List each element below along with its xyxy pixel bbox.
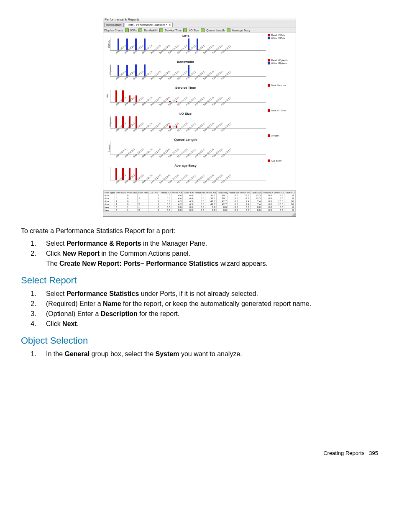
x-tick: esxi 1:1:1:1 — [176, 154, 184, 162]
col-header[interactable]: Write IOPs/s — [171, 191, 183, 194]
col-header[interactable]: Port Number — [138, 191, 149, 194]
x-tick: rcip 0:2:1:1 — [185, 76, 193, 84]
cell: 8. — [284, 197, 296, 200]
table-row[interactable]: free01200.00.00.00.00.00.00.00.00.00.00.… — [104, 209, 296, 212]
tab-bar: Introduction Ports - Performance Statist… — [103, 22, 296, 28]
toolbar-label: Display Charts — [104, 29, 123, 32]
cell: 7.4 — [251, 200, 262, 203]
cell: 0.0 — [194, 209, 205, 212]
tab-ports-perf[interactable]: Ports - Performance Statistics * × — [125, 23, 173, 27]
col-header[interactable]: Total Svct ms — [251, 191, 262, 194]
opt-avgbusy: Average Busy — [232, 29, 250, 32]
cell: disk — [104, 194, 115, 197]
data-table: Port TypePort NodePort SlotPort NumberGB… — [103, 191, 296, 212]
cell: 0.0 — [262, 209, 273, 212]
legend-swatch — [268, 159, 270, 162]
chart-i-o-size: I/O SizeKBytes/sdisk 0:0:1:1disk 0:0:2:1… — [105, 112, 266, 136]
intro-steps: Select Performance & Reports in the Mana… — [42, 240, 378, 267]
table-row[interactable]: disk00220.04.44.40.039.139.10.012.312.30… — [104, 197, 296, 200]
x-tick: free 1:1:1:0 — [168, 180, 175, 188]
cell: 0. — [284, 206, 296, 209]
table-row[interactable]: free01100.00.00.00.00.00.00.00.00.00.00.… — [104, 206, 296, 209]
col-header[interactable]: Write KBytes/s — [205, 191, 217, 194]
x-tick: disk 0:0:1:1 — [115, 128, 123, 136]
cell: 0.0 — [228, 194, 239, 197]
heading-select-report: Select Report — [21, 275, 378, 286]
close-icon[interactable]: × — [169, 23, 171, 26]
cell: 0 — [126, 197, 138, 200]
object-selection-steps: In the General group box, select the Sys… — [42, 350, 378, 358]
col-header[interactable]: GBTPS — [149, 191, 160, 194]
checkbox-avgbusy[interactable] — [227, 28, 230, 32]
cell: 0.0 — [171, 206, 183, 209]
x-tick: free 0:1:2:0 — [159, 76, 166, 84]
bar — [115, 90, 117, 102]
cell: 0 — [115, 209, 126, 212]
col-header[interactable]: Read I/O Size — [262, 191, 273, 194]
cell: 2 — [138, 203, 149, 206]
col-header[interactable]: Port Node — [115, 191, 126, 194]
checkbox-qlen[interactable] — [201, 28, 205, 32]
x-tick: esxi 1:1:1:1 — [176, 76, 184, 84]
table-row[interactable]: disk00120.04.44.40.039.139.10.012.312.30… — [104, 194, 296, 197]
x-tick: esxi 1:1:1:1 — [176, 102, 184, 110]
col-header[interactable]: Write Svct ms — [239, 191, 251, 194]
col-header[interactable]: Read Svct ms — [228, 191, 239, 194]
list-item: Click Next. — [42, 320, 378, 328]
x-tick: free 0:1:2:0 — [159, 180, 166, 188]
chart-title: Bandwidth — [105, 60, 266, 64]
col-header[interactable]: Write I/O Size — [273, 191, 284, 194]
cell: 0 — [115, 197, 126, 200]
checkbox-svct[interactable] — [159, 28, 163, 32]
horizontal-scrollbar[interactable] — [103, 212, 296, 216]
cell: 0.0 — [273, 209, 284, 212]
checkbox-bandwidth[interactable] — [138, 28, 142, 32]
x-tick: disk 0:0:1:1 — [115, 50, 123, 58]
checkbox-iops[interactable] — [125, 28, 129, 32]
cell: 12.3 — [251, 197, 262, 200]
col-header[interactable]: Read IOPs/s — [160, 191, 171, 194]
cell: 0 — [126, 194, 138, 197]
col-header[interactable]: Port Slot — [126, 191, 138, 194]
cell: 1 — [138, 206, 149, 209]
tab-introduction[interactable]: Introduction — [104, 23, 124, 27]
x-tick: rcip 0:2:1:1 — [194, 154, 202, 162]
x-tick: free 1:1:1:0 — [168, 102, 175, 110]
chart-average-busy: Average Busydisk 0:0:1:1disk 0:0:2:1disk… — [105, 164, 266, 188]
x-tick: free 0:3:1:0 — [203, 128, 210, 136]
cell: 0.0 — [239, 206, 251, 209]
x-tick: disk 1:0:1:1 — [133, 50, 140, 58]
app-window: Performance & Reports Introduction Ports… — [103, 17, 296, 217]
checkbox-iosize[interactable] — [183, 28, 187, 32]
table-row[interactable]: disk10220.04.34.30.042.742.70.07.47.40.0… — [104, 203, 296, 206]
col-header[interactable]: Port Type — [104, 191, 115, 194]
cell: 0.0 — [194, 206, 205, 209]
x-tick: rcip 0:2:1:1 — [194, 76, 202, 84]
legend-text: Avg Busy — [271, 159, 281, 162]
col-header[interactable]: Total KBytes/s — [217, 191, 228, 194]
legend-column: Read IOPs/sWrite IOPs/sRead KBytes/sWrit… — [267, 33, 296, 190]
cell: 4.3 — [171, 203, 183, 206]
x-tick: free 0:3:2:0 — [212, 128, 219, 136]
opt-svct: Service Time — [165, 29, 182, 32]
cell: free — [104, 209, 115, 212]
legend-swatch — [268, 109, 270, 112]
x-tick: rcip 0:2:1:1 — [185, 50, 193, 58]
cell: 0 — [126, 200, 138, 203]
cell: 1 — [115, 200, 126, 203]
x-tick: free 0:3:2:0 — [212, 154, 219, 162]
cell: 0 — [149, 206, 160, 209]
cell: 0.0 — [262, 194, 273, 197]
cell: 4.4 — [171, 197, 183, 200]
table-row[interactable]: disk10120.04.34.30.042.742.70.07.47.40.0… — [104, 200, 296, 203]
x-tick: free 1:3:1:0 — [220, 180, 228, 188]
cell: 42.7 — [217, 200, 228, 203]
col-header[interactable]: Read KBytes/s — [194, 191, 205, 194]
col-header[interactable]: Total IOPs/s — [183, 191, 194, 194]
cell: 4.3 — [171, 200, 183, 203]
list-item: In the General group box, select the Sys… — [42, 350, 378, 358]
x-tick: free 0:1:1:0 — [150, 102, 158, 110]
cell: 0.0 — [194, 197, 205, 200]
data-table-area: Port TypePort NodePort SlotPort NumberGB… — [103, 190, 296, 212]
col-header[interactable]: Total I/O Size — [284, 191, 296, 194]
